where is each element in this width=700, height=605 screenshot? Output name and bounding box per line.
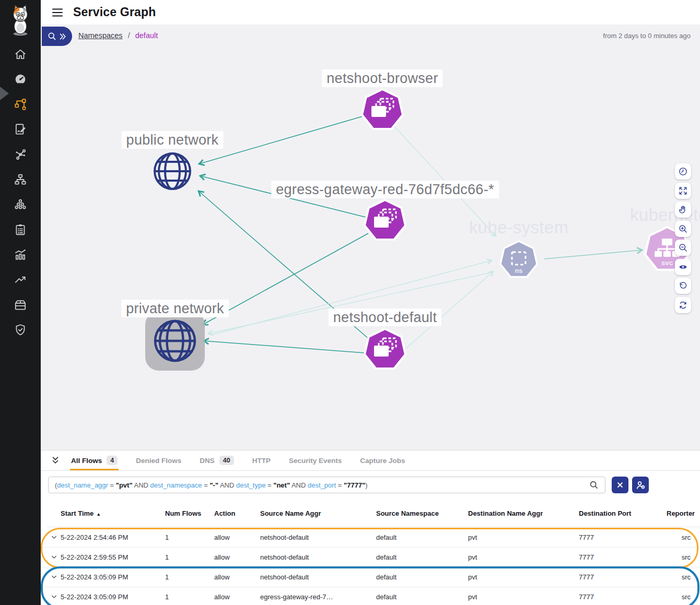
column-header-destination-name-aggr[interactable]: Destination Name Aggr: [468, 509, 579, 518]
time-range-button[interactable]: [675, 163, 691, 180]
flows-table-body: 5-22-2024 2:54:46 PM1allownetshoot-defau…: [41, 528, 700, 605]
breadcrumb-separator: /: [128, 31, 130, 40]
cell-dest_port: 7777: [579, 593, 667, 601]
active-nav-indicator: [0, 87, 9, 100]
tab-security-events[interactable]: Security Events: [288, 450, 343, 470]
tab-capture-jobs[interactable]: Capture Jobs: [359, 450, 406, 470]
cell-source_namespace: default: [376, 593, 468, 601]
menu-icon[interactable]: [51, 6, 64, 19]
chevron-double-down-icon: [51, 456, 60, 465]
flows-table-header: Start Time▲Num FlowsActionSource Name Ag…: [47, 501, 700, 527]
graph-node-private-network[interactable]: [152, 318, 198, 364]
undo-button[interactable]: [675, 278, 691, 294]
graph-node-netshoot-browser[interactable]: [360, 88, 404, 132]
row-expand-chevron-icon[interactable]: [47, 554, 61, 561]
graph-node-netshoot-default[interactable]: [363, 328, 407, 372]
query-part: "pvt": [116, 481, 133, 489]
trend-icon: [14, 273, 27, 287]
sidebar-item-network[interactable]: [0, 167, 41, 192]
row-expand-chevron-icon[interactable]: [47, 594, 61, 600]
search-icon: [48, 32, 56, 41]
cell-num_flows: 1: [165, 593, 214, 601]
tab-label: Denied Flows: [136, 457, 181, 465]
sidebar-item-security[interactable]: [0, 317, 41, 342]
cell-num_flows: 1: [165, 533, 214, 541]
tab-denied-flows[interactable]: Denied Flows: [135, 450, 182, 470]
sidebar-item-endpoints[interactable]: [0, 142, 41, 167]
column-header-source-name-aggr[interactable]: Source Name Aggr: [260, 509, 376, 518]
clipboard-icon: [14, 223, 27, 236]
sidebar-item-trends[interactable]: [0, 267, 41, 292]
tab-dns[interactable]: DNS40: [199, 450, 235, 470]
row-expand-chevron-icon[interactable]: [47, 574, 61, 580]
query-part: =: [336, 481, 344, 489]
zoom-in-button[interactable]: [675, 221, 691, 237]
sidebar-item-compliance[interactable]: [0, 217, 41, 242]
pan-button[interactable]: [675, 201, 691, 218]
tab-http[interactable]: HTTP: [251, 450, 272, 470]
sidebar-item-home[interactable]: [0, 42, 41, 67]
flow-filter-input[interactable]: (dest_name_aggr = "pvt" AND dest_namespa…: [48, 477, 605, 493]
graph-node-egress-gateway-red[interactable]: [363, 199, 407, 243]
zoom-out-button[interactable]: [675, 240, 691, 256]
column-header-destination-port[interactable]: Destination Port: [579, 509, 667, 518]
row-expand-chevron-icon[interactable]: [47, 534, 61, 541]
visibility-button[interactable]: [675, 259, 691, 275]
flow-table-row[interactable]: 5-22-2024 3:05:09 PM1allownetshoot-defau…: [41, 567, 700, 587]
user-filter-settings-button[interactable]: [632, 477, 649, 493]
query-part: ): [365, 481, 367, 489]
cell-reporter: src: [667, 553, 700, 561]
flow-filter-query: (dest_name_aggr = "pvt" AND dest_namespa…: [55, 481, 368, 489]
user-gear-icon: [636, 480, 646, 490]
refresh-icon: [678, 300, 688, 310]
box-icon: [14, 298, 27, 312]
cell-source_namespace: default: [376, 533, 468, 541]
cell-dest_name_aggr: pvt: [468, 533, 579, 541]
sidebar-item-timeline[interactable]: [0, 242, 41, 267]
collapse-panel-button[interactable]: [49, 450, 62, 470]
home-icon: [14, 48, 27, 61]
tab-badge: 40: [219, 456, 234, 465]
fit-screen-button[interactable]: [675, 183, 691, 199]
breadcrumb-bar: Namespaces / default from 2 days to 0 mi…: [41, 25, 700, 49]
sidebar-item-clusters[interactable]: [0, 192, 41, 217]
refresh-button[interactable]: [675, 297, 691, 313]
tab-label: Security Events: [289, 457, 342, 465]
column-header-source-namespace[interactable]: Source Namespace: [376, 509, 468, 518]
column-header-num-flows[interactable]: Num Flows: [165, 509, 214, 518]
breadcrumb-namespaces-link[interactable]: Namespaces: [78, 31, 123, 40]
column-header-start-time[interactable]: Start Time▲: [61, 509, 165, 518]
clear-filter-button[interactable]: [612, 477, 628, 493]
query-part: AND: [218, 481, 236, 489]
tab-all-flows[interactable]: All Flows4: [70, 450, 119, 470]
cell-source_name_aggr: egress-gateway-red-7…: [260, 593, 376, 601]
policy-icon: [14, 123, 27, 136]
graph-node-public-network[interactable]: [152, 151, 193, 192]
graph-node-label-netshoot-browser: netshoot-browser: [322, 69, 442, 87]
cell-start_time: 5-22-2024 3:05:09 PM: [61, 573, 165, 581]
graph-node-kube-system[interactable]: ns: [498, 240, 539, 280]
sidebar-item-policies[interactable]: [0, 117, 41, 142]
flow-table-row[interactable]: 5-22-2024 2:59:55 PM1allownetshoot-defau…: [41, 547, 700, 567]
cell-action: allow: [214, 533, 260, 541]
cell-dest_name_aggr: pvt: [468, 573, 579, 581]
tab-label: Capture Jobs: [360, 457, 405, 465]
column-header-action[interactable]: Action: [214, 509, 260, 518]
flow-table-row[interactable]: 5-22-2024 2:54:46 PM1allownetshoot-defau…: [41, 528, 700, 547]
column-header-reporter[interactable]: Reporter: [667, 509, 700, 518]
cell-start_time: 5-22-2024 2:59:55 PM: [61, 553, 165, 561]
flow-table-row[interactable]: 5-22-2024 3:05:09 PM1allowegress-gateway…: [41, 587, 700, 605]
cell-source_namespace: default: [376, 573, 468, 581]
flow-filter-bar: (dest_name_aggr = "pvt" AND dest_namespa…: [48, 474, 693, 495]
graph-search-button[interactable]: [42, 27, 72, 46]
svg-text:svc: svc: [661, 259, 673, 267]
cell-source_name_aggr: netshoot-default: [260, 553, 376, 561]
sidebar-item-storage[interactable]: [0, 292, 41, 317]
calico-cat-logo[interactable]: [6, 3, 35, 36]
query-part: dest_type: [236, 481, 265, 489]
filter-search-icon[interactable]: [589, 480, 599, 490]
cell-action: allow: [214, 573, 260, 581]
cell-num_flows: 1: [165, 573, 214, 581]
cell-dest_name_aggr: pvt: [468, 553, 579, 561]
clock-icon: [678, 167, 688, 176]
